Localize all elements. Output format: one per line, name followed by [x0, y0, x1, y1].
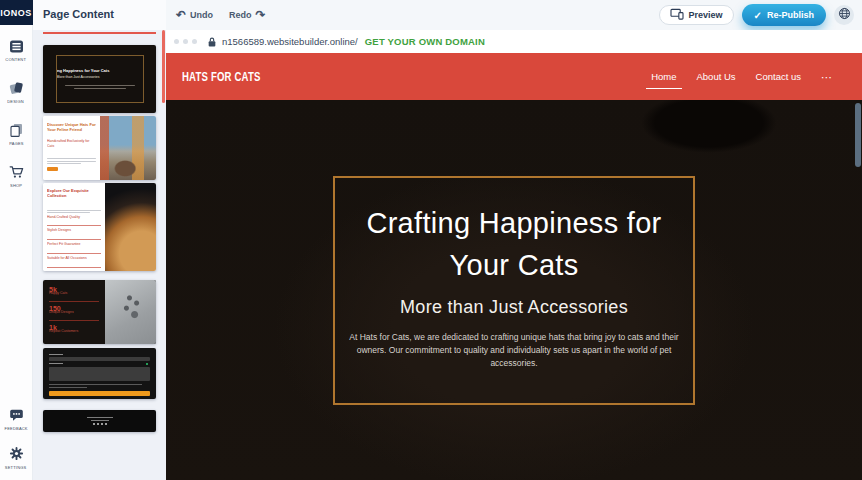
hero-section[interactable]: Crafting Happiness for Your Cats More th…: [166, 100, 862, 480]
nav-item-about[interactable]: About Us: [697, 71, 736, 82]
sidebar-item-label: CONTENT: [6, 57, 27, 62]
globe-icon: [838, 7, 851, 23]
stat-label: Unique Designs: [49, 310, 99, 314]
site-logo[interactable]: HATS FOR CATS: [182, 70, 261, 84]
redo-icon: ↷: [256, 10, 266, 20]
panel-scrollbar[interactable]: [162, 30, 165, 103]
thumbnail-image-cat-street: [100, 116, 156, 180]
language-globe-button[interactable]: [834, 5, 854, 25]
settings-gear-icon: [9, 446, 24, 465]
site-nav: Home About Us Contact us ⋯: [651, 71, 846, 82]
check-icon: ✓: [754, 10, 762, 21]
site-preview: HATS FOR CATS Home About Us Contact us ⋯…: [166, 53, 862, 480]
lock-icon: [207, 36, 217, 48]
ionos-logo: IONOS: [0, 0, 33, 25]
panel-title: Page Content: [33, 0, 166, 30]
thumbnail-feature-item: Stylish Designs: [47, 228, 101, 232]
thumbnail-stats-section[interactable]: 5k Happy Cats 150 Unique Designs 1k Repe…: [43, 280, 156, 344]
hero-border-box: Crafting Happiness for Your Cats More th…: [333, 176, 695, 405]
thumbnail-feature-item: Perfect Fit Guarantee: [47, 242, 101, 246]
undo-icon: ↶: [176, 10, 186, 20]
thumbnail-feature-item: Hand-Crafted Quality: [47, 215, 101, 219]
sidebar-item-label: DESIGN: [8, 99, 25, 104]
hero-title: Crafting Happiness for Your Cats: [347, 202, 681, 286]
design-icon: [9, 81, 24, 99]
redo-button[interactable]: Redo ↷: [229, 10, 266, 20]
republish-label: Re-Publish: [767, 10, 814, 20]
thumbnail-intro-button: [47, 167, 58, 171]
thumbnail-stats-text: 5k Happy Cats 150 Unique Designs 1k Repe…: [43, 280, 105, 344]
thumbnail-footer-section[interactable]: [43, 410, 156, 432]
thumbnail-contact-form-section[interactable]: [43, 348, 156, 399]
pages-icon: [9, 123, 24, 141]
hero-body-text: At Hats for Cats, we are dedicated to cr…: [349, 331, 679, 369]
window-dot: [183, 39, 188, 44]
panel-title-underline: [43, 32, 156, 34]
nav-item-contact[interactable]: Contact us: [756, 71, 801, 82]
thumbnail-intro-section[interactable]: Discover Unique Hats For Your Feline Fri…: [43, 116, 156, 180]
thumbnail-hero-title: Crafting Happiness for Your Cats: [56, 68, 122, 73]
shop-cart-icon: [9, 165, 24, 183]
main-area: ↶ Undo Redo ↷ Preview ✓ Re-Publish: [166, 0, 862, 480]
thumbnail-form-indicator: [146, 363, 148, 365]
thumbnail-form-submit-button: [49, 391, 150, 396]
thumbnail-form-textarea: [49, 367, 150, 381]
undo-button[interactable]: ↶ Undo: [176, 10, 213, 20]
sidebar-item-label: SETTINGS: [5, 465, 27, 470]
stat-label: Repeat Customers: [49, 329, 99, 333]
thumbnail-features-section[interactable]: Explore Our Exquisite Collection Hand-Cr…: [43, 183, 156, 271]
thumbnail-hero-subtitle: More than Just Accessories: [56, 74, 122, 79]
thumbnail-hero-section[interactable]: Crafting Happiness for Your Cats More th…: [43, 45, 156, 113]
rail-bottom-items: FEEDBACK SETTINGS: [0, 408, 33, 474]
window-dot: [174, 39, 179, 44]
sidebar-item-feedback[interactable]: FEEDBACK: [0, 408, 33, 435]
thumbnail-footer-social-dots: [93, 423, 107, 425]
republish-button[interactable]: ✓ Re-Publish: [742, 4, 826, 26]
thumbnail-intro-text: Discover Unique Hats For Your Feline Fri…: [43, 116, 100, 180]
toolbar-right-group: Preview ✓ Re-Publish: [659, 4, 854, 26]
undo-label: Undo: [190, 10, 213, 20]
page-content-panel: Page Content Crafting Happiness for Your…: [33, 0, 166, 480]
thumbnail-image-paw-prints: [105, 280, 156, 344]
preview-label: Preview: [689, 10, 723, 20]
sidebar-item-label: SHOP: [10, 183, 22, 188]
thumbnail-intro-heading: Discover Unique Hats For Your Feline Fri…: [47, 122, 96, 132]
thumbnail-feature-item: Suitable for All Occasions: [47, 256, 101, 260]
icon-rail: IONOS CONTENT DESIGN PAGES: [0, 0, 33, 480]
thumbnail-hero-border-box: Crafting Happiness for Your Cats More th…: [56, 55, 144, 103]
sidebar-item-label: FEEDBACK: [4, 426, 27, 431]
redo-label: Redo: [229, 10, 252, 20]
sidebar-item-shop[interactable]: SHOP: [0, 165, 33, 192]
sidebar-item-pages[interactable]: PAGES: [0, 123, 33, 150]
content-icon: [9, 39, 24, 57]
thumbnail-features-text: Explore Our Exquisite Collection Hand-Cr…: [43, 183, 105, 271]
site-url: n1566589.websitebuilder.online/: [222, 36, 358, 47]
thumbnail-image-orange-cat: [105, 183, 156, 271]
devices-icon: [670, 8, 684, 22]
editor-toolbar: ↶ Undo Redo ↷ Preview ✓ Re-Publish: [166, 0, 862, 30]
site-header: HATS FOR CATS Home About Us Contact us ⋯: [166, 53, 862, 100]
nav-overflow-icon[interactable]: ⋯: [821, 74, 832, 80]
rail-items: CONTENT DESIGN PAGES SHOP: [0, 39, 33, 192]
window-dot: [192, 39, 197, 44]
feedback-icon: [9, 408, 24, 426]
app-window: IONOS CONTENT DESIGN PAGES: [0, 0, 862, 480]
preview-button[interactable]: Preview: [659, 5, 734, 25]
thumbnail-form-input: [49, 357, 150, 361]
section-thumbnail-list: Crafting Happiness for Your Cats More th…: [43, 45, 156, 432]
thumbnail-hero-text-lines: [65, 84, 135, 91]
stat-label: Happy Cats: [49, 291, 99, 295]
hero-subtitle: More than Just Accessories: [347, 297, 681, 318]
get-domain-link[interactable]: GET YOUR OWN DOMAIN: [365, 36, 485, 47]
thumbnail-features-heading: Explore Our Exquisite Collection: [47, 188, 101, 198]
sidebar-item-content[interactable]: CONTENT: [0, 39, 33, 66]
thumbnail-intro-subheading: Handcrafted Exclusively for Cats: [47, 139, 96, 148]
nav-item-home[interactable]: Home: [651, 71, 676, 82]
browser-address-bar: n1566589.websitebuilder.online/ GET YOUR…: [166, 30, 862, 53]
sidebar-item-label: PAGES: [9, 141, 23, 146]
sidebar-item-design[interactable]: DESIGN: [0, 81, 33, 108]
sidebar-item-settings[interactable]: SETTINGS: [0, 446, 33, 474]
preview-scrollbar[interactable]: [855, 103, 861, 167]
